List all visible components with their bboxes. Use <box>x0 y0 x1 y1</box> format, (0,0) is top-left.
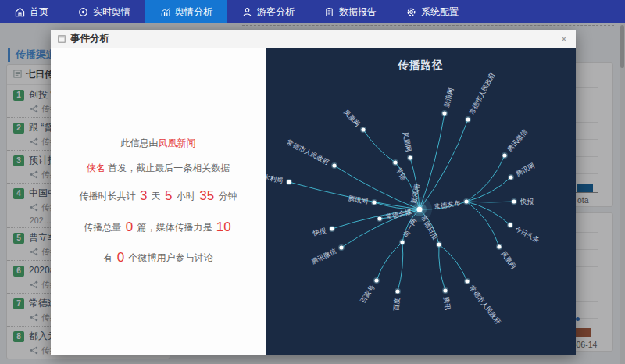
screen: 首页实时舆情舆情分析游客分析数据报告系统配置 传播渠道 七日传播 1创投 “…传… <box>0 0 625 364</box>
summary-line: 此信息由凤凰新闻 <box>59 136 258 150</box>
graph-edge <box>420 120 468 209</box>
graph-node[interactable] <box>339 245 343 249</box>
close-icon[interactable]: × <box>559 34 569 45</box>
graph-node-label: 今日头条 <box>514 224 541 244</box>
summary-line: 侠名 首发，截止最后一条相关数据 <box>59 161 258 175</box>
graph-node-label: 凤凰网 <box>500 250 518 271</box>
nav-item-5[interactable]: 数据报告 <box>309 0 391 23</box>
summary-text: 篇，媒体传播力是 <box>134 222 215 233</box>
nav-item-label: 数据报告 <box>339 5 377 19</box>
graph-node[interactable] <box>443 288 447 292</box>
top-nav: 首页实时舆情舆情分析游客分析数据报告系统配置 <box>0 0 625 23</box>
summary-line: 有 0 个微博用户参与讨论 <box>59 248 258 268</box>
graph-node[interactable] <box>374 278 378 282</box>
graph-node[interactable] <box>377 216 381 220</box>
chart-icon <box>160 7 170 17</box>
graph-node-label: 尚一网 <box>402 217 418 238</box>
graph-node-label: 腾讯网 <box>348 194 369 205</box>
graph-edge <box>439 244 467 281</box>
summary-text: 个微博用户参与讨论 <box>126 252 212 263</box>
summary-text: 传播总量 <box>84 222 123 233</box>
graph-node-label: 常德市人民政府 <box>468 284 502 326</box>
home-icon <box>15 7 25 17</box>
nav-item-label: 系统配置 <box>421 5 459 19</box>
graph-node[interactable] <box>395 289 399 293</box>
graph-node-label: 常德市人民政府 <box>467 71 496 116</box>
summary-highlight: 10 <box>215 219 233 234</box>
spread-path-panel: 传播路径 新湖南常德凤凰网凤凰网新浪网常德市人民政府常德市人民政府市水利局腾讯网… <box>266 48 576 355</box>
graph-edge <box>466 202 514 202</box>
graph-node[interactable] <box>442 111 446 115</box>
graph-node-label: 常德全媒 <box>385 207 413 221</box>
graph-node[interactable] <box>437 242 441 246</box>
nav-item-label: 实时舆情 <box>93 5 130 19</box>
summary-text: 小时 <box>174 191 198 202</box>
summary-text: 传播时长共计 <box>80 191 138 202</box>
graph-title: 传播路径 <box>266 59 576 73</box>
graph-node-label: 快报 <box>312 227 327 237</box>
graph-node-label: 腾讯微信 <box>505 127 529 153</box>
nav-item-2[interactable]: 实时舆情 <box>63 0 145 23</box>
event-analysis-modal: 事件分析 × 此信息由凤凰新闻侠名 首发，截止最后一条相关数据传播时长共计 3 … <box>51 30 576 355</box>
graph-node[interactable] <box>464 199 468 203</box>
spread-path-graph: 新湖南常德凤凰网凤凰网新浪网常德市人民政府常德市人民政府市水利局腾讯网常德全媒快… <box>266 48 576 355</box>
modal-title: 事件分析 <box>70 32 109 45</box>
graph-node[interactable] <box>508 223 512 227</box>
graph-node-label: 市水利局 <box>266 172 284 185</box>
graph-node-label: 凤凰网 <box>402 131 412 152</box>
graph-node[interactable] <box>512 199 516 203</box>
user-icon <box>242 7 252 17</box>
summary-text: 首发，截止最后一条相关数据 <box>105 162 230 173</box>
graph-node[interactable] <box>497 244 501 248</box>
summary-highlight: 3 <box>138 188 148 203</box>
graph-node[interactable] <box>408 155 412 159</box>
nav-item-label: 首页 <box>30 5 48 19</box>
nav-item-1[interactable]: 首页 <box>0 0 63 23</box>
graph-node-label: 百家号 <box>359 283 377 304</box>
graph-node[interactable] <box>417 207 423 212</box>
graph-edge <box>439 244 445 291</box>
graph-node-label: 常德市人民政府 <box>286 138 331 166</box>
summary-text: 此信息由 <box>121 137 159 148</box>
graph-edge <box>377 242 402 280</box>
graph-edge <box>466 177 511 202</box>
graph-node-label: 腾讯网 <box>515 162 536 178</box>
nav-item-3[interactable]: 舆情分析 <box>145 0 227 23</box>
modal-body: 此信息由凤凰新闻侠名 首发，截止最后一条相关数据传播时长共计 3 天 5 小时 … <box>51 48 576 355</box>
nav-item-4[interactable]: 游客分析 <box>227 0 309 23</box>
summary-highlight: 侠名 <box>87 162 105 173</box>
monitor-icon <box>78 7 88 17</box>
graph-node[interactable] <box>400 240 404 244</box>
graph-node-label: 凤凰网 <box>342 109 362 128</box>
summary-text: 分钟 <box>216 191 237 202</box>
gear-icon <box>406 7 416 17</box>
graph-node[interactable] <box>502 153 506 157</box>
graph-node-label: 常德发布 <box>434 198 461 210</box>
summary-text: 天 <box>148 191 163 202</box>
graph-node[interactable] <box>287 180 291 184</box>
nav-item-label: 游客分析 <box>257 5 295 19</box>
graph-edge <box>466 202 499 247</box>
summary-highlight: 5 <box>163 188 173 203</box>
graph-node[interactable] <box>332 163 336 167</box>
summary-text: 有 <box>103 252 115 263</box>
graph-edge <box>398 242 403 291</box>
graph-node-label: 快报 <box>520 198 534 205</box>
graph-node[interactable] <box>372 200 376 204</box>
graph-node[interactable] <box>361 127 365 131</box>
graph-node-label: 常德 <box>395 166 408 182</box>
graph-node-label: 新浪网 <box>442 87 455 108</box>
summary-highlight: 0 <box>124 219 134 234</box>
graph-node[interactable] <box>509 175 512 179</box>
graph-edge <box>466 202 510 225</box>
graph-node[interactable] <box>393 160 397 164</box>
graph-node[interactable] <box>465 279 469 283</box>
nav-item-6[interactable]: 系统配置 <box>391 0 473 23</box>
summary-line: 传播时长共计 3 天 5 小时 35 分钟 <box>59 186 258 206</box>
graph-node[interactable] <box>330 227 334 230</box>
summary-highlight: 0 <box>116 250 126 265</box>
summary-highlight: 35 <box>198 188 216 203</box>
graph-node[interactable] <box>466 117 470 121</box>
summary-highlight: 凤凰新闻 <box>159 137 196 148</box>
graph-node-label: 常德日报 <box>420 214 440 241</box>
